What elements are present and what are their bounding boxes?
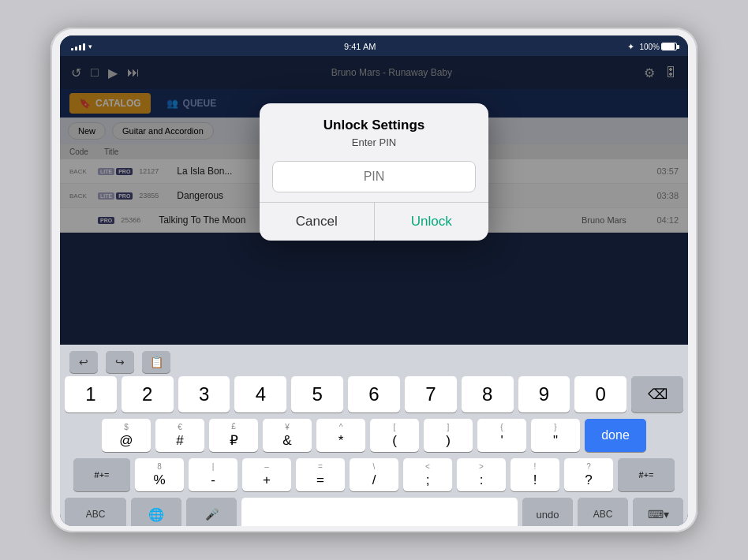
key-5[interactable]: 5 [291, 376, 343, 413]
key-rub[interactable]: £₽ [209, 419, 258, 452]
status-bar: ▾ 9:41 AM ✦ 100% [60, 35, 688, 56]
battery-icon [661, 43, 677, 50]
key-8[interactable]: 8 [462, 376, 514, 413]
key-equals[interactable]: == [296, 458, 345, 491]
status-time: 9:41 AM [344, 42, 376, 51]
key-9[interactable]: 9 [518, 376, 570, 413]
key-question[interactable]: ?? [564, 458, 613, 491]
modal-buttons: Cancel Unlock [260, 202, 488, 241]
modal-title: Unlock Settings [275, 118, 473, 133]
abc-key-right[interactable]: ABC [578, 498, 628, 526]
keyboard-area: ↩ ↪ 📋 1 2 3 4 5 6 7 8 9 0 ⌫ [60, 345, 688, 526]
modal-subtitle: Enter PIN [275, 136, 473, 148]
key-lparen[interactable]: [( [370, 419, 419, 452]
modal-input-area [260, 151, 488, 202]
unlock-button[interactable]: Unlock [375, 203, 489, 241]
undo-button[interactable]: ↩ [69, 351, 98, 373]
shift-sym-key-right[interactable]: #+= [618, 458, 675, 491]
key-rparen[interactable]: ]) [424, 419, 473, 452]
key-1[interactable]: 1 [65, 376, 117, 413]
key-star[interactable]: ^* [316, 419, 365, 452]
key-amp[interactable]: ¥& [263, 419, 312, 452]
modal-dialog: Unlock Settings Enter PIN Cancel Unlock [260, 103, 488, 241]
key-percent[interactable]: 8% [135, 458, 184, 491]
abc-key-left[interactable]: ABC [65, 498, 126, 526]
done-key[interactable]: done [585, 419, 646, 452]
space-bar[interactable] [241, 498, 518, 526]
modal-header: Unlock Settings Enter PIN [260, 103, 488, 151]
key-squote[interactable]: {' [477, 419, 526, 452]
key-4[interactable]: 4 [234, 376, 286, 413]
key-exclaim[interactable]: !! [511, 458, 559, 491]
key-2[interactable]: 2 [122, 376, 174, 413]
backspace-key[interactable]: ⌫ [631, 376, 683, 413]
keyboard-toolbar: ↩ ↪ 📋 [65, 349, 683, 376]
key-dquote[interactable]: }" [531, 419, 580, 452]
signal-bars-icon [71, 43, 85, 50]
symbol-row-1: $@ €# £₽ ¥& ^* [( ]) {' }" done [65, 419, 683, 452]
key-plus[interactable]: –+ [242, 458, 291, 491]
keyboard-rows: 1 2 3 4 5 6 7 8 9 0 ⌫ $@ €# £₽ ¥ [65, 376, 683, 526]
key-semi[interactable]: <; [403, 458, 452, 491]
symbol-row-2: #+= 8% |- –+ == \/ <; >: !! ?? #+= [65, 458, 683, 491]
key-0[interactable]: 0 [574, 376, 626, 413]
key-slash[interactable]: \/ [350, 458, 398, 491]
key-colon[interactable]: >: [457, 458, 506, 491]
cancel-button[interactable]: Cancel [260, 203, 375, 241]
bottom-row: ABC 🌐 🎤 undo ABC ⌨▾ [65, 498, 683, 526]
tablet-shell: ▾ 9:41 AM ✦ 100% ↺ □ ▶ [50, 28, 698, 532]
redo-button[interactable]: ↪ [106, 351, 134, 373]
app-area: ↺ □ ▶ ⏭ Bruno Mars - Runaway Baby ⚙ 🎛 🔖 … [60, 56, 688, 345]
key-minus[interactable]: |- [189, 458, 237, 491]
key-6[interactable]: 6 [348, 376, 400, 413]
modal-overlay: Unlock Settings Enter PIN Cancel Unlock [60, 56, 688, 345]
key-hash[interactable]: €# [155, 419, 204, 452]
hide-keyboard-key[interactable]: ⌨▾ [633, 498, 683, 526]
number-row: 1 2 3 4 5 6 7 8 9 0 ⌫ [65, 376, 683, 413]
battery-indicator: 100% [639, 43, 677, 51]
bluetooth-icon: ✦ [627, 42, 634, 52]
status-right: ✦ 100% [627, 42, 677, 52]
status-left: ▾ [71, 43, 92, 50]
mic-key[interactable]: 🎤 [186, 498, 237, 526]
key-7[interactable]: 7 [405, 376, 457, 413]
shift-sym-key[interactable]: #+= [73, 458, 130, 491]
pin-input[interactable] [272, 161, 476, 192]
carrier-text: ▾ [88, 43, 92, 50]
key-3[interactable]: 3 [178, 376, 230, 413]
undo-key[interactable]: undo [522, 498, 573, 526]
key-at[interactable]: $@ [102, 419, 151, 452]
battery-percent: 100% [639, 43, 660, 51]
globe-key[interactable]: 🌐 [131, 498, 181, 526]
tablet-screen: ▾ 9:41 AM ✦ 100% ↺ □ ▶ [60, 35, 688, 526]
paste-button[interactable]: 📋 [142, 351, 170, 373]
